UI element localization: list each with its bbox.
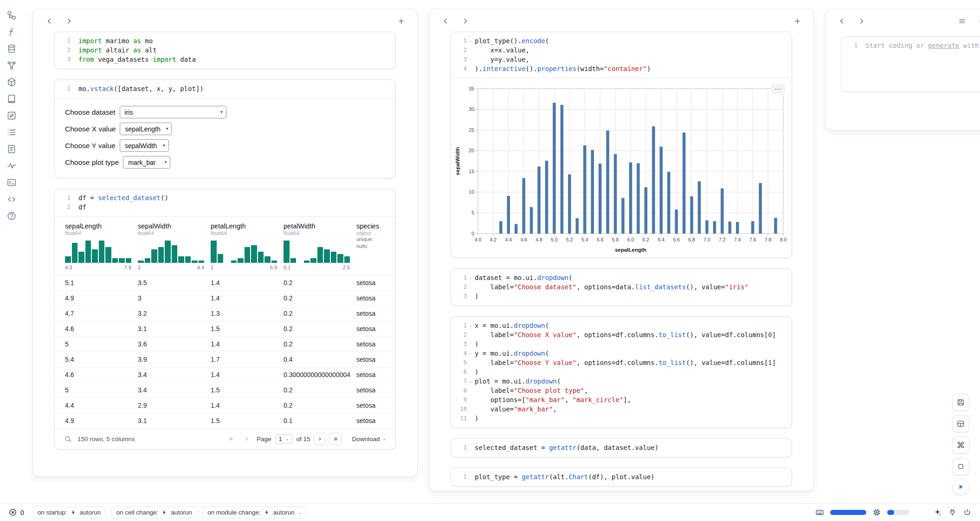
outline-icon[interactable]	[3, 124, 20, 140]
code-editor[interactable]: 1⌄dataset = mo.ui.dropdown(2 label="Choo…	[451, 269, 792, 306]
run-button[interactable]	[952, 478, 969, 495]
cpu-usage-bar[interactable]	[887, 510, 909, 515]
last-page-button[interactable]: »	[329, 433, 342, 445]
error-indicator[interactable]: 0	[8, 508, 24, 517]
menu-button[interactable]	[954, 13, 969, 28]
scratchpad-icon[interactable]	[3, 108, 20, 123]
table-row[interactable]: 53.41.50.2setosa	[55, 382, 395, 397]
memory-usage-bar[interactable]	[830, 510, 866, 515]
column-header-petalLength[interactable]: petalLengthfloat6416.9	[211, 222, 284, 275]
line-number: 5	[451, 358, 467, 367]
column-back-button[interactable]	[835, 14, 849, 28]
svg-text:4.4: 4.4	[505, 237, 512, 242]
code-editor[interactable]: 1⌄plot_type().encode(2 x=x.value,3 y=y.v…	[451, 32, 792, 78]
table-cell: setosa	[356, 279, 395, 287]
svg-text:6.6: 6.6	[673, 237, 680, 242]
power-icon[interactable]	[963, 508, 972, 517]
column-forward-button[interactable]	[854, 14, 868, 28]
code-editor[interactable]: 1plot_type = getattr(alt.Chart(df), plot…	[451, 468, 792, 486]
functions-icon[interactable]	[3, 24, 20, 39]
add-cell-button[interactable]	[394, 14, 408, 28]
table-row[interactable]: 4.63.11.50.2setosa	[55, 321, 395, 336]
search-icon[interactable]	[64, 435, 72, 443]
files-icon[interactable]	[3, 7, 20, 23]
svg-text:7.2: 7.2	[719, 237, 726, 242]
table-row[interactable]: 53.61.40.2setosa	[55, 336, 395, 352]
table-row[interactable]: 4.63.41.40.30000000000000004setosa	[55, 367, 395, 382]
generate-ai-link[interactable]: generate	[928, 42, 959, 49]
page-select[interactable]: 1⌄	[275, 434, 293, 444]
column-header-petalWidth[interactable]: petalWidthfloat640.12.5	[284, 222, 356, 275]
table-row[interactable]: 5.13.51.40.2setosa	[55, 275, 395, 290]
column-forward-button[interactable]	[458, 14, 472, 28]
keyboard-icon[interactable]	[815, 508, 824, 517]
column-header-sepalLength[interactable]: sepalLengthfloat644.37.9	[65, 222, 138, 275]
plot-cell: 1⌄plot_type().encode(2 x=x.value,3 y=y.v…	[451, 32, 792, 258]
terminal-icon[interactable]	[3, 175, 20, 190]
chip-on-cell-change[interactable]: on cell change:autorun	[111, 507, 197, 519]
table-cell: 5.4	[65, 356, 138, 363]
first-page-button[interactable]: «	[225, 433, 237, 445]
dependencies-icon[interactable]	[3, 58, 20, 73]
datasources-icon[interactable]	[3, 41, 20, 56]
tracing-icon[interactable]	[3, 158, 20, 173]
documentation-icon[interactable]	[3, 91, 20, 106]
table-row[interactable]: 5.43.91.70.4setosa	[55, 352, 395, 367]
settings-button[interactable]	[975, 13, 980, 28]
table-cell: 3.4	[138, 371, 211, 378]
code-editor[interactable]: 1df = selected_dataset()2df	[55, 189, 395, 216]
fold-chevron-icon[interactable]: ⌄	[467, 36, 475, 46]
column-forward-button[interactable]	[62, 14, 76, 28]
panel-header	[33, 9, 417, 32]
table-row[interactable]: 4.73.21.30.2setosa	[55, 306, 395, 321]
y-value-select[interactable]: sepalWidth▾	[120, 139, 169, 152]
prev-page-button[interactable]: ‹	[241, 433, 253, 445]
line-number: 3	[55, 55, 71, 64]
table-row[interactable]: 4.931.40.2setosa	[55, 290, 395, 306]
column-back-button[interactable]	[42, 14, 56, 28]
fold-chevron-icon[interactable]: ⌄	[467, 321, 475, 330]
fold-chevron-icon[interactable]: ⌄	[467, 273, 475, 282]
download-button[interactable]: Download⌄	[352, 436, 386, 443]
column-back-button[interactable]	[438, 14, 452, 28]
x-value-select[interactable]: sepalLength▾	[120, 123, 172, 135]
column-histogram	[65, 241, 131, 263]
code-editor[interactable]: 1⌄x = mo.ui.dropdown(2 label="Choose X v…	[451, 317, 792, 428]
help-icon[interactable]	[3, 208, 20, 223]
save-button[interactable]	[952, 394, 969, 411]
form-row: Choose plot typemark_bar▾	[65, 156, 385, 169]
packages-icon[interactable]	[3, 74, 20, 90]
snippets-icon[interactable]	[3, 191, 20, 207]
add-cell-button[interactable]	[790, 14, 804, 28]
code-editor[interactable]: 1import marimo as mo2import altair as al…	[55, 32, 395, 69]
next-page-button[interactable]: ›	[314, 433, 326, 445]
notebook-column-left: 1import marimo as mo2import altair as al…	[32, 9, 418, 477]
table-row[interactable]: 4.93.11.50.1setosa	[55, 413, 395, 428]
chip-on-module-change[interactable]: on module change:autorun⌄	[202, 507, 306, 519]
keyboard-shortcuts-button[interactable]: ⌘	[952, 436, 969, 454]
fold-chevron-icon[interactable]: ⌄	[467, 377, 475, 386]
code-editor[interactable]: 1 Start coding or generate with AI.	[842, 37, 980, 55]
svg-text:4.6: 4.6	[520, 237, 527, 242]
interrupt-button[interactable]	[952, 458, 969, 475]
plug-icon[interactable]	[948, 508, 957, 517]
chip-on-startup[interactable]: on startup:autorun	[32, 507, 106, 519]
column-histogram	[211, 241, 277, 263]
code-editor[interactable]: 1mo.vstack([dataset, x, y, plot])	[55, 80, 395, 98]
ai-sparkle-icon[interactable]	[933, 508, 942, 517]
plot-type-select[interactable]: mark_bar▾	[123, 156, 170, 169]
column-header-species[interactable]: speciesobjectunique:nulls:	[356, 222, 395, 275]
ellipsis-icon: ⋯	[774, 85, 782, 93]
fold-chevron-icon[interactable]: ⌄	[467, 349, 475, 358]
logs-icon[interactable]	[3, 141, 20, 156]
column-header-sepalWidth[interactable]: sepalWidthfloat6424.4	[138, 222, 211, 275]
table-row[interactable]: 4.42.91.40.2setosa	[55, 397, 395, 413]
dataset-select[interactable]: iris▾	[120, 106, 226, 118]
table-cell: 3	[138, 294, 211, 302]
chart-options-button[interactable]: ⋯	[771, 84, 785, 94]
layout-button[interactable]	[952, 415, 969, 432]
form-row: Choose datasetiris▾	[65, 106, 385, 118]
altair-bar-chart[interactable]: 4.04.24.44.64.85.05.25.45.65.86.06.26.46…	[451, 82, 792, 255]
line-number: 3	[451, 339, 467, 349]
code-editor[interactable]: 1selected_dataset = getattr(data, datase…	[451, 439, 792, 457]
